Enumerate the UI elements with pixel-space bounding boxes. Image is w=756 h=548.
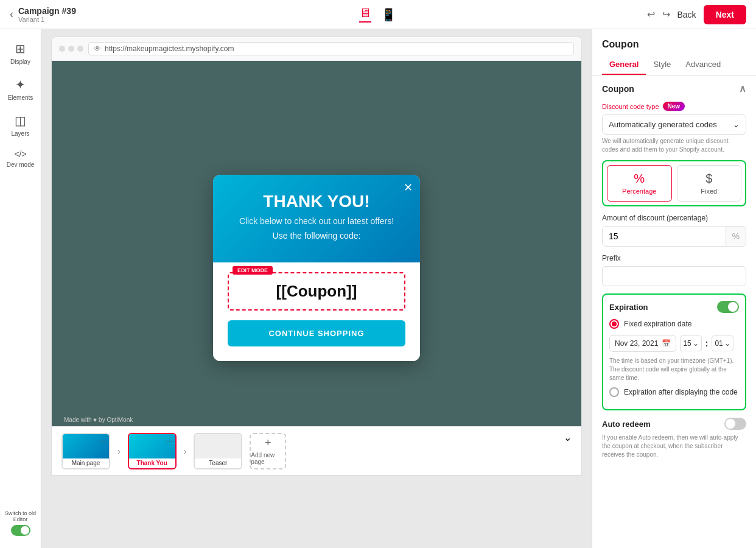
panel-title: Coupon <box>592 29 756 50</box>
discount-code-type-label: Discount code type <box>602 103 659 110</box>
campaign-variant: Variant 1 <box>18 16 76 23</box>
campaign-back-arrow[interactable]: ‹ <box>10 8 13 21</box>
page-thumb-preview-t <box>195 434 241 458</box>
sidebar-item-layers[interactable]: ◫ Layers <box>2 108 39 142</box>
sidebar-item-elements[interactable]: ✦ Elements <box>2 72 39 106</box>
auto-redeem-label: Auto redeem <box>602 420 650 429</box>
tab-general[interactable]: General <box>602 55 646 75</box>
page-label-thankyou: Thank You <box>129 458 175 468</box>
date-time-row: Nov 23, 2021 📅 15 ⌄ : 01 ⌄ <box>609 335 739 352</box>
expiration-section: Expiration Fixed expiration date Nov 23,… <box>602 293 746 410</box>
amount-input[interactable] <box>603 227 726 246</box>
continue-shopping-button[interactable]: CONTINUE SHOPPING <box>228 320 405 346</box>
popup-code-label: Use the following code: <box>228 231 405 241</box>
old-editor-toggle[interactable] <box>11 525 30 536</box>
browser-dots <box>59 46 83 52</box>
back-button[interactable]: Back <box>677 10 696 19</box>
auto-redeem-toggle[interactable] <box>724 418 746 430</box>
prefix-input[interactable] <box>602 266 746 286</box>
page-thumb-thankyou[interactable]: ··· Thank You <box>128 433 177 469</box>
coupon-code-box[interactable]: [[Coupon]] <box>228 272 405 311</box>
tab-style[interactable]: Style <box>646 55 678 75</box>
browser-url-bar[interactable]: 👁 https://makeupmagictest.myshopify.com <box>88 42 574 55</box>
coupon-section: Coupon ∧ Discount code type New Automati… <box>592 76 756 466</box>
coupon-section-title: Coupon <box>602 84 634 94</box>
top-bar-right: ↩ ↪ Back Next <box>506 5 746 24</box>
add-page-label: Add new page <box>251 452 285 465</box>
popup-body: EDIT MODE [[Coupon]] CONTINUE SHOPPING <box>213 262 420 361</box>
sidebar-item-devmode[interactable]: </> Dev mode <box>2 144 39 173</box>
sidebar-item-label: Display <box>10 58 30 65</box>
dot-2 <box>68 46 74 52</box>
minute-select[interactable]: 01 ⌄ <box>712 335 733 351</box>
percentage-suffix: % <box>726 227 746 246</box>
next-button[interactable]: Next <box>704 5 746 24</box>
left-sidebar: ⊞ Display ✦ Elements ◫ Layers </> Dev mo… <box>0 29 41 548</box>
amount-input-row: % <box>602 226 746 247</box>
page-thumb-teaser[interactable]: Teaser <box>194 433 242 469</box>
fixed-date-radio-button[interactable] <box>609 319 619 329</box>
amount-section: Amount of discount (percentage) % <box>602 214 746 247</box>
minute-value: 01 <box>715 339 723 348</box>
elements-icon: ✦ <box>15 77 26 92</box>
redo-icon[interactable]: ↪ <box>662 9 670 20</box>
page-thumb-main[interactable]: ··· Main page <box>61 433 110 469</box>
discount-code-type-row: Discount code type New <box>602 102 746 111</box>
hour-chevron: ⌄ <box>693 339 699 348</box>
browser-chrome: 👁 https://makeupmagictest.myshopify.com … <box>51 37 582 476</box>
switch-to-old-editor[interactable]: Switch to old Editor <box>2 505 39 541</box>
expiration-label: Expiration <box>609 303 648 312</box>
prefix-label: Prefix <box>602 254 746 262</box>
sidebar-item-label: Elements <box>8 94 33 101</box>
mobile-device-icon[interactable]: 📱 <box>381 7 396 22</box>
auto-redeem-help: If you enable Auto redeem, then we will … <box>602 434 746 459</box>
made-with-label: Made with ♥ by OptiMonk <box>64 416 133 423</box>
devmode-icon: </> <box>14 149 26 159</box>
page-thumb-dots[interactable]: ··· <box>99 436 107 446</box>
eye-icon: 👁 <box>94 44 101 53</box>
sidebar-item-display[interactable]: ⊞ Display <box>2 37 39 70</box>
right-panel: Coupon General Style Advanced Coupon ∧ D… <box>592 29 756 548</box>
after-display-radio-label: Expiration after displaying the code <box>624 388 738 396</box>
popup-subtitle: Click below to check out our latest offe… <box>228 216 405 226</box>
auto-redeem-section: Auto redeem If you enable Auto redeem, t… <box>602 418 746 459</box>
date-picker[interactable]: Nov 23, 2021 📅 <box>609 335 676 352</box>
fixed-date-radio-label: Fixed expiration date <box>624 320 691 328</box>
fixed-expiration-radio: Fixed expiration date <box>609 319 739 329</box>
popup-close-button[interactable]: ✕ <box>404 181 413 194</box>
fixed-type-button[interactable]: $ Fixed <box>677 165 742 202</box>
top-bar-left: ‹ Campaign #39 Variant 1 <box>10 6 250 23</box>
campaign-info: Campaign #39 Variant 1 <box>18 6 76 23</box>
time-colon: : <box>705 339 709 348</box>
percentage-type-button[interactable]: % Percentage <box>607 165 672 202</box>
dot-1 <box>59 46 65 52</box>
display-icon: ⊞ <box>15 41 26 56</box>
fixed-label: Fixed <box>701 188 717 195</box>
expiration-header: Expiration <box>609 301 739 313</box>
main-layout: ⊞ Display ✦ Elements ◫ Layers </> Dev mo… <box>0 29 756 548</box>
hour-value: 15 <box>683 339 691 348</box>
page-arrow-2: › <box>184 446 187 456</box>
add-new-page-button[interactable]: + Add new page <box>250 433 286 469</box>
after-display-radio-button[interactable] <box>609 387 619 397</box>
dropdown-selected-value: Automatically generated codes <box>609 120 717 129</box>
prefix-section: Prefix <box>602 254 746 286</box>
expiration-toggle[interactable] <box>717 301 739 313</box>
tab-advanced[interactable]: Advanced <box>678 55 728 75</box>
pages-bar: ··· Main page › ··· Thank You › <box>52 426 581 475</box>
page-thumb-dots-ty[interactable]: ··· <box>166 436 173 446</box>
hour-select[interactable]: 15 ⌄ <box>680 335 701 351</box>
discount-type-dropdown[interactable]: Automatically generated codes ⌄ <box>602 114 746 135</box>
coupon-section-header: Coupon ∧ <box>602 83 746 94</box>
add-page-icon: + <box>265 437 271 449</box>
undo-icon[interactable]: ↩ <box>647 9 655 20</box>
amount-label: Amount of discount (percentage) <box>602 214 746 222</box>
collapse-icon[interactable]: ∧ <box>739 83 746 94</box>
sidebar-item-label: Dev mode <box>7 161 35 168</box>
top-bar: ‹ Campaign #39 Variant 1 🖥 📱 ↩ ↪ Back Ne… <box>0 0 756 29</box>
date-value: Nov 23, 2021 <box>615 339 658 348</box>
sidebar-item-label: Layers <box>11 130 29 137</box>
pages-dropdown-arrow[interactable]: ⌄ <box>564 432 572 443</box>
modal-overlay: ✕ THANK YOU! Click below to check out ou… <box>52 61 581 475</box>
desktop-device-icon[interactable]: 🖥 <box>359 6 371 23</box>
